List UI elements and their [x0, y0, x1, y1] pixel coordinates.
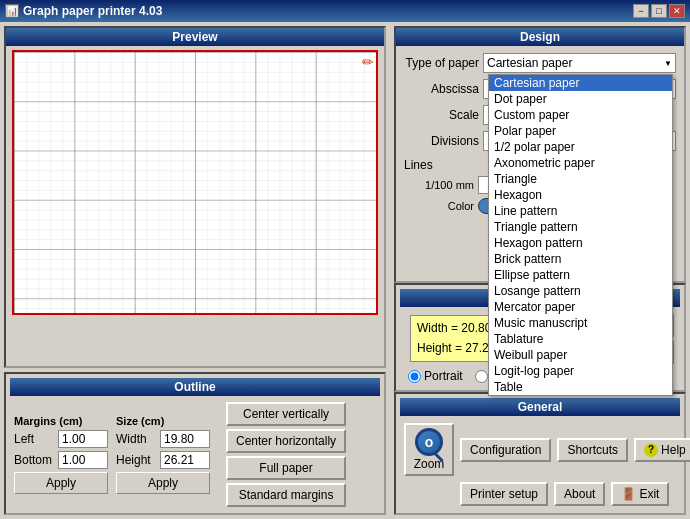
dropdown-halfpolar[interactable]: 1/2 polar paper [489, 139, 672, 155]
outline-header: Outline [10, 378, 380, 396]
dropdown-hexagon[interactable]: Hexagon [489, 187, 672, 203]
design-header: Design [396, 28, 684, 46]
design-section: Design Type of paper Cartesian paper ▼ C… [394, 26, 686, 283]
height-field-row: Height [116, 451, 210, 469]
minimize-button[interactable]: − [633, 4, 649, 18]
dropdown-mercator[interactable]: Mercator paper [489, 299, 672, 315]
preview-content: ✏ [12, 50, 378, 315]
outline-actions: Center vertically Center horizontally Fu… [226, 402, 346, 507]
dropdown-axonometric[interactable]: Axonometric paper [489, 155, 672, 171]
close-button[interactable]: ✕ [669, 4, 685, 18]
outline-row: Margins (cm) Left Bottom Apply Size (cm) [10, 400, 380, 509]
help-label: Help [661, 443, 686, 457]
dropdown-polar[interactable]: Polar paper [489, 123, 672, 139]
general-row-2: Printer setup About 🚪 Exit [400, 479, 680, 509]
svg-rect-1 [14, 52, 376, 313]
margins-apply-button[interactable]: Apply [14, 472, 108, 494]
lines-header: Lines [404, 158, 433, 172]
window-controls: − □ ✕ [633, 4, 685, 18]
right-panel: Design Type of paper Cartesian paper ▼ C… [390, 22, 690, 519]
margins-group: Margins (cm) Left Bottom Apply [14, 415, 108, 494]
portrait-radio[interactable] [408, 370, 421, 383]
bottom-label: Bottom [14, 453, 54, 467]
zoom-icon: o [415, 428, 443, 456]
left-input[interactable] [58, 430, 108, 448]
title-bar-left: 📊 Graph paper printer 4.03 [5, 4, 162, 18]
dropdown-cartesian[interactable]: Cartesian paper [489, 75, 672, 91]
landscape-radio[interactable] [475, 370, 488, 383]
lines-1-label: 1/100 mm [404, 179, 474, 191]
left-label: Left [14, 432, 54, 446]
dropdown-table[interactable]: Table [489, 379, 672, 395]
divisions-label: Divisions [404, 134, 479, 148]
general-section: General o Zoom Configuration Shortcuts ? [394, 392, 686, 515]
preview-header: Preview [6, 28, 384, 46]
height-input[interactable] [160, 451, 210, 469]
zoom-button[interactable]: o Zoom [404, 423, 454, 476]
size-apply-button[interactable]: Apply [116, 472, 210, 494]
left-field-row: Left [14, 430, 108, 448]
width-label: Width [116, 432, 156, 446]
dropdown-weibull[interactable]: Weibull paper [489, 347, 672, 363]
preview-section: Preview ✏ [4, 26, 386, 368]
exit-icon: 🚪 [621, 487, 636, 501]
type-arrow: ▼ [664, 59, 672, 68]
app-title: Graph paper printer 4.03 [23, 4, 162, 18]
dropdown-trianglepattern[interactable]: Triangle pattern [489, 219, 672, 235]
dropdown-brickpattern[interactable]: Brick pattern [489, 251, 672, 267]
corner-icon: ✏ [362, 54, 374, 70]
about-button[interactable]: About [554, 482, 605, 506]
maximize-button[interactable]: □ [651, 4, 667, 18]
type-combo[interactable]: Cartesian paper ▼ [483, 53, 676, 73]
height-label: Height [116, 453, 156, 467]
dropdown-logit[interactable]: Logit-log paper [489, 363, 672, 379]
help-icon: ? [644, 443, 658, 457]
dropdown-losange[interactable]: Losange pattern [489, 283, 672, 299]
printer-setup-button[interactable]: Printer setup [460, 482, 548, 506]
bottom-input[interactable] [58, 451, 108, 469]
scale-label: Scale [404, 108, 479, 122]
general-row: o Zoom Configuration Shortcuts ? Help [400, 420, 680, 479]
dropdown-hexagonpattern[interactable]: Hexagon pattern [489, 235, 672, 251]
size-group: Size (cm) Width Height Apply [116, 415, 210, 494]
type-value: Cartesian paper [487, 56, 572, 70]
abscissa-label: Abscissa [404, 82, 479, 96]
type-row: Type of paper Cartesian paper ▼ [396, 50, 684, 76]
center-horizontally-button[interactable]: Center horizontally [226, 429, 346, 453]
main-container: Preview ✏ [0, 22, 690, 519]
size-label: Size (cm) [116, 415, 210, 427]
exit-label: Exit [639, 487, 659, 501]
dropdown-triangle[interactable]: Triangle [489, 171, 672, 187]
outline-section: Outline Margins (cm) Left Bottom Apply [4, 372, 386, 515]
portrait-option[interactable]: Portrait [408, 369, 463, 383]
dropdown-music[interactable]: Music manuscript [489, 315, 672, 331]
dropdown-dot[interactable]: Dot paper [489, 91, 672, 107]
bottom-field-row: Bottom [14, 451, 108, 469]
dropdown-tablature[interactable]: Tablature [489, 331, 672, 347]
app-icon: 📊 [5, 4, 19, 18]
title-bar: 📊 Graph paper printer 4.03 − □ ✕ [0, 0, 690, 22]
general-header: General [400, 398, 680, 416]
full-paper-button[interactable]: Full paper [226, 456, 346, 480]
dropdown-ellipsepattern[interactable]: Ellipse pattern [489, 267, 672, 283]
grid-preview [14, 52, 376, 313]
dropdown-custom[interactable]: Custom paper [489, 107, 672, 123]
type-dropdown[interactable]: Cartesian paper Dot paper Custom paper P… [488, 74, 673, 396]
margins-label: Margins (cm) [14, 415, 108, 427]
configuration-button[interactable]: Configuration [460, 438, 551, 462]
help-button[interactable]: ? Help [634, 438, 690, 462]
portrait-label: Portrait [424, 369, 463, 383]
left-panel: Preview ✏ [0, 22, 390, 519]
exit-button[interactable]: 🚪 Exit [611, 482, 669, 506]
type-label: Type of paper [404, 56, 479, 70]
width-field-row: Width [116, 430, 210, 448]
dropdown-linepattern[interactable]: Line pattern [489, 203, 672, 219]
color-label: Color [404, 200, 474, 212]
center-vertically-button[interactable]: Center vertically [226, 402, 346, 426]
width-input[interactable] [160, 430, 210, 448]
shortcuts-button[interactable]: Shortcuts [557, 438, 628, 462]
standard-margins-button[interactable]: Standard margins [226, 483, 346, 507]
